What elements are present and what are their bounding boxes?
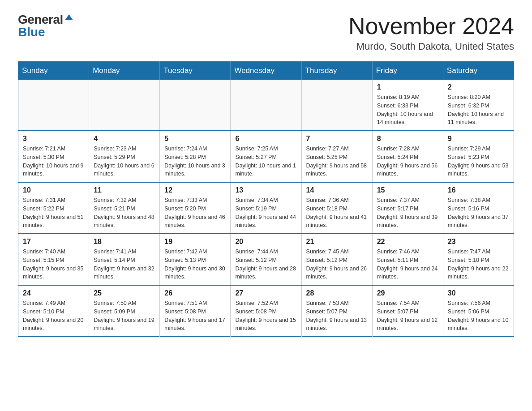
day-number: 14 — [306, 186, 368, 194]
day-info: Sunrise: 7:27 AMSunset: 5:25 PMDaylight:… — [306, 145, 368, 178]
day-number: 7 — [306, 135, 368, 143]
calendar-location: Murdo, South Dakota, United States — [348, 41, 514, 52]
header-sunday: Sunday — [18, 62, 89, 80]
day-info: Sunrise: 7:29 AMSunset: 5:23 PMDaylight:… — [448, 145, 509, 178]
day-number: 11 — [94, 186, 155, 194]
day-info: Sunrise: 7:31 AMSunset: 5:22 PMDaylight:… — [23, 196, 84, 230]
day-info: Sunrise: 7:32 AMSunset: 5:21 PMDaylight:… — [94, 196, 155, 230]
calendar-cell: 13Sunrise: 7:34 AMSunset: 5:19 PMDayligh… — [231, 182, 301, 234]
day-info: Sunrise: 8:20 AMSunset: 6:32 PMDaylight:… — [448, 93, 509, 127]
day-info: Sunrise: 7:50 AMSunset: 5:09 PMDaylight:… — [94, 299, 155, 333]
day-info: Sunrise: 7:49 AMSunset: 5:10 PMDaylight:… — [23, 299, 84, 333]
calendar-cell: 25Sunrise: 7:50 AMSunset: 5:09 PMDayligh… — [89, 285, 160, 337]
days-of-week-row: Sunday Monday Tuesday Wednesday Thursday… — [18, 62, 514, 80]
day-info: Sunrise: 7:24 AMSunset: 5:28 PMDaylight:… — [164, 145, 226, 178]
calendar-week-row: 24Sunrise: 7:49 AMSunset: 5:10 PMDayligh… — [18, 285, 514, 337]
calendar-cell — [301, 80, 372, 131]
calendar-cell: 8Sunrise: 7:28 AMSunset: 5:24 PMDaylight… — [372, 131, 443, 182]
day-number: 29 — [377, 289, 438, 297]
day-info: Sunrise: 7:25 AMSunset: 5:27 PMDaylight:… — [235, 145, 296, 178]
calendar-cell — [160, 80, 231, 131]
calendar-table: Sunday Monday Tuesday Wednesday Thursday… — [18, 61, 514, 337]
day-number: 23 — [448, 238, 509, 246]
day-info: Sunrise: 7:47 AMSunset: 5:10 PMDaylight:… — [448, 248, 509, 281]
calendar-cell: 21Sunrise: 7:45 AMSunset: 5:12 PMDayligh… — [301, 234, 372, 285]
calendar-cell: 4Sunrise: 7:23 AMSunset: 5:29 PMDaylight… — [89, 131, 160, 182]
calendar-cell — [89, 80, 160, 131]
calendar-cell: 29Sunrise: 7:54 AMSunset: 5:07 PMDayligh… — [372, 285, 443, 337]
day-number: 4 — [94, 135, 155, 143]
calendar-cell: 18Sunrise: 7:41 AMSunset: 5:14 PMDayligh… — [89, 234, 160, 285]
calendar-cell — [18, 80, 89, 131]
logo: General Blue — [18, 13, 73, 39]
day-info: Sunrise: 7:45 AMSunset: 5:12 PMDaylight:… — [306, 248, 368, 281]
day-number: 9 — [448, 135, 509, 143]
header-wednesday: Wednesday — [231, 62, 301, 80]
day-info: Sunrise: 7:52 AMSunset: 5:08 PMDaylight:… — [235, 299, 296, 333]
calendar-body: 1Sunrise: 8:19 AMSunset: 6:33 PMDaylight… — [18, 80, 514, 337]
day-number: 5 — [164, 135, 226, 143]
day-number: 22 — [377, 238, 438, 246]
day-number: 3 — [23, 135, 84, 143]
logo-triangle-icon — [65, 14, 73, 20]
header-friday: Friday — [372, 62, 443, 80]
day-number: 2 — [448, 83, 509, 91]
day-number: 26 — [164, 289, 226, 297]
day-number: 13 — [235, 186, 296, 194]
day-info: Sunrise: 7:41 AMSunset: 5:14 PMDaylight:… — [94, 248, 155, 281]
day-info: Sunrise: 7:37 AMSunset: 5:17 PMDaylight:… — [377, 196, 438, 230]
day-number: 25 — [94, 289, 155, 297]
logo-blue-text: Blue — [18, 25, 45, 39]
day-number: 10 — [23, 186, 84, 194]
day-number: 17 — [23, 238, 84, 246]
day-info: Sunrise: 7:23 AMSunset: 5:29 PMDaylight:… — [94, 145, 155, 178]
calendar-cell: 3Sunrise: 7:21 AMSunset: 5:30 PMDaylight… — [18, 131, 89, 182]
header-thursday: Thursday — [301, 62, 372, 80]
calendar-cell: 7Sunrise: 7:27 AMSunset: 5:25 PMDaylight… — [301, 131, 372, 182]
day-info: Sunrise: 7:33 AMSunset: 5:20 PMDaylight:… — [164, 196, 226, 230]
calendar-week-row: 3Sunrise: 7:21 AMSunset: 5:30 PMDaylight… — [18, 131, 514, 182]
header-monday: Monday — [89, 62, 160, 80]
calendar-cell — [231, 80, 301, 131]
header-tuesday: Tuesday — [160, 62, 231, 80]
calendar-cell: 24Sunrise: 7:49 AMSunset: 5:10 PMDayligh… — [18, 285, 89, 337]
day-number: 12 — [164, 186, 226, 194]
day-info: Sunrise: 7:51 AMSunset: 5:08 PMDaylight:… — [164, 299, 226, 333]
calendar-week-row: 10Sunrise: 7:31 AMSunset: 5:22 PMDayligh… — [18, 182, 514, 234]
day-number: 28 — [306, 289, 368, 297]
title-block: November 2024 Murdo, South Dakota, Unite… — [348, 13, 514, 52]
calendar-cell: 27Sunrise: 7:52 AMSunset: 5:08 PMDayligh… — [231, 285, 301, 337]
day-info: Sunrise: 7:44 AMSunset: 5:12 PMDaylight:… — [235, 248, 296, 281]
calendar-cell: 15Sunrise: 7:37 AMSunset: 5:17 PMDayligh… — [372, 182, 443, 234]
day-info: Sunrise: 8:19 AMSunset: 6:33 PMDaylight:… — [377, 93, 438, 127]
calendar-cell: 19Sunrise: 7:42 AMSunset: 5:13 PMDayligh… — [160, 234, 231, 285]
calendar-cell: 12Sunrise: 7:33 AMSunset: 5:20 PMDayligh… — [160, 182, 231, 234]
day-number: 8 — [377, 135, 438, 143]
calendar-cell: 26Sunrise: 7:51 AMSunset: 5:08 PMDayligh… — [160, 285, 231, 337]
calendar-cell: 20Sunrise: 7:44 AMSunset: 5:12 PMDayligh… — [231, 234, 301, 285]
day-info: Sunrise: 7:42 AMSunset: 5:13 PMDaylight:… — [164, 248, 226, 281]
day-info: Sunrise: 7:28 AMSunset: 5:24 PMDaylight:… — [377, 145, 438, 178]
day-number: 6 — [235, 135, 296, 143]
day-info: Sunrise: 7:56 AMSunset: 5:06 PMDaylight:… — [448, 299, 509, 333]
logo-general-text: General — [18, 13, 63, 26]
calendar-cell: 22Sunrise: 7:46 AMSunset: 5:11 PMDayligh… — [372, 234, 443, 285]
calendar-cell: 14Sunrise: 7:36 AMSunset: 5:18 PMDayligh… — [301, 182, 372, 234]
calendar-cell: 28Sunrise: 7:53 AMSunset: 5:07 PMDayligh… — [301, 285, 372, 337]
day-number: 15 — [377, 186, 438, 194]
day-number: 24 — [23, 289, 84, 297]
calendar-cell: 10Sunrise: 7:31 AMSunset: 5:22 PMDayligh… — [18, 182, 89, 234]
calendar-cell: 6Sunrise: 7:25 AMSunset: 5:27 PMDaylight… — [231, 131, 301, 182]
day-info: Sunrise: 7:21 AMSunset: 5:30 PMDaylight:… — [23, 145, 84, 178]
calendar-cell: 23Sunrise: 7:47 AMSunset: 5:10 PMDayligh… — [443, 234, 514, 285]
day-info: Sunrise: 7:36 AMSunset: 5:18 PMDaylight:… — [306, 196, 368, 230]
day-info: Sunrise: 7:40 AMSunset: 5:15 PMDaylight:… — [23, 248, 84, 281]
day-info: Sunrise: 7:53 AMSunset: 5:07 PMDaylight:… — [306, 299, 368, 333]
day-number: 18 — [94, 238, 155, 246]
calendar-week-row: 1Sunrise: 8:19 AMSunset: 6:33 PMDaylight… — [18, 80, 514, 131]
calendar-cell: 5Sunrise: 7:24 AMSunset: 5:28 PMDaylight… — [160, 131, 231, 182]
day-info: Sunrise: 7:54 AMSunset: 5:07 PMDaylight:… — [377, 299, 438, 333]
calendar-cell: 16Sunrise: 7:38 AMSunset: 5:16 PMDayligh… — [443, 182, 514, 234]
calendar-cell: 11Sunrise: 7:32 AMSunset: 5:21 PMDayligh… — [89, 182, 160, 234]
calendar-week-row: 17Sunrise: 7:40 AMSunset: 5:15 PMDayligh… — [18, 234, 514, 285]
